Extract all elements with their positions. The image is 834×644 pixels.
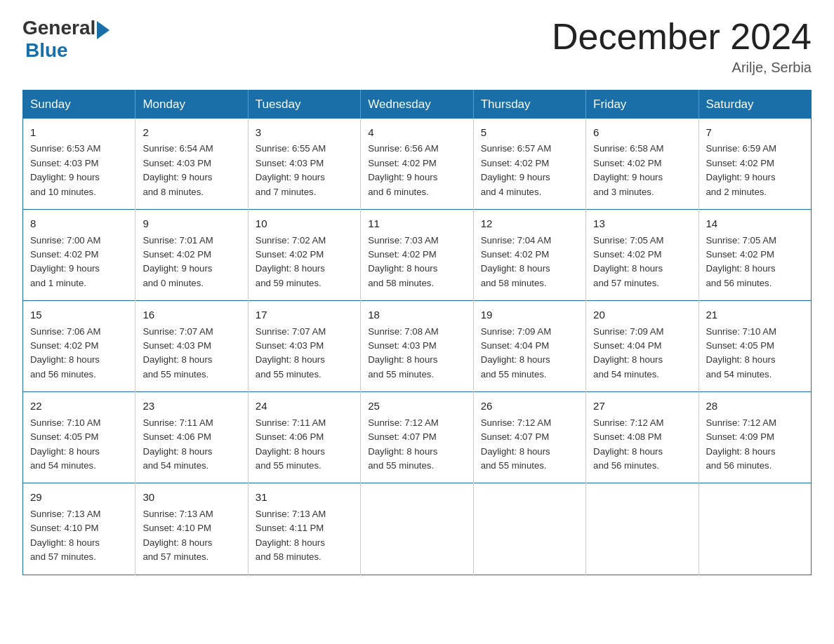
day-number: 11 [368,215,465,232]
day-number: 2 [143,124,240,140]
day-number: 4 [368,124,465,140]
day-info: Sunrise: 7:11 AM Sunset: 4:06 PM Dayligh… [256,416,353,474]
day-info: Sunrise: 7:12 AM Sunset: 4:09 PM Dayligh… [706,416,804,474]
day-info: Sunrise: 7:13 AM Sunset: 4:11 PM Dayligh… [256,507,353,565]
day-number: 20 [593,307,691,323]
day-info: Sunrise: 7:09 AM Sunset: 4:04 PM Dayligh… [593,325,691,382]
day-number: 1 [30,124,128,140]
calendar-cell: 28Sunrise: 7:12 AM Sunset: 4:09 PM Dayli… [699,392,811,483]
calendar-week-row: 15Sunrise: 7:06 AM Sunset: 4:02 PM Dayli… [23,301,812,392]
calendar-table: SundayMondayTuesdayWednesdayThursdayFrid… [22,90,812,575]
logo-triangle-icon [97,21,110,39]
day-number: 29 [30,489,128,505]
day-info: Sunrise: 7:11 AM Sunset: 4:06 PM Dayligh… [143,416,240,474]
calendar-cell: 18Sunrise: 7:08 AM Sunset: 4:03 PM Dayli… [361,301,473,392]
calendar-header: SundayMondayTuesdayWednesdayThursdayFrid… [23,90,812,119]
calendar-body: 1Sunrise: 6:53 AM Sunset: 4:03 PM Daylig… [23,119,812,575]
calendar-week-row: 1Sunrise: 6:53 AM Sunset: 4:03 PM Daylig… [23,119,812,210]
day-info: Sunrise: 7:12 AM Sunset: 4:07 PM Dayligh… [481,416,578,474]
calendar-cell: 8Sunrise: 7:00 AM Sunset: 4:02 PM Daylig… [23,210,135,301]
weekday-header-monday: Monday [135,90,248,119]
day-info: Sunrise: 7:08 AM Sunset: 4:03 PM Dayligh… [368,325,465,382]
calendar-cell: 2Sunrise: 6:54 AM Sunset: 4:03 PM Daylig… [135,119,248,210]
calendar-cell: 19Sunrise: 7:09 AM Sunset: 4:04 PM Dayli… [473,301,585,392]
weekday-header-saturday: Saturday [699,90,811,119]
day-info: Sunrise: 7:13 AM Sunset: 4:10 PM Dayligh… [143,507,240,565]
weekday-row: SundayMondayTuesdayWednesdayThursdayFrid… [23,90,812,119]
day-number: 24 [256,398,353,414]
day-number: 13 [593,215,691,232]
weekday-header-thursday: Thursday [473,90,585,119]
day-number: 31 [256,489,353,505]
weekday-header-sunday: Sunday [23,90,135,119]
day-number: 21 [706,307,804,323]
calendar-cell: 21Sunrise: 7:10 AM Sunset: 4:05 PM Dayli… [699,301,811,392]
day-info: Sunrise: 7:01 AM Sunset: 4:02 PM Dayligh… [143,234,240,291]
day-info: Sunrise: 7:05 AM Sunset: 4:02 PM Dayligh… [706,234,804,291]
day-number: 3 [256,124,353,140]
calendar-cell: 9Sunrise: 7:01 AM Sunset: 4:02 PM Daylig… [135,210,248,301]
calendar-cell: 15Sunrise: 7:06 AM Sunset: 4:02 PM Dayli… [23,301,135,392]
day-info: Sunrise: 7:02 AM Sunset: 4:02 PM Dayligh… [256,234,353,291]
day-info: Sunrise: 6:59 AM Sunset: 4:02 PM Dayligh… [706,142,804,199]
calendar-cell: 31Sunrise: 7:13 AM Sunset: 4:11 PM Dayli… [248,483,360,575]
day-number: 30 [143,489,240,505]
calendar-cell: 1Sunrise: 6:53 AM Sunset: 4:03 PM Daylig… [23,119,135,210]
logo: General Blue [22,17,110,62]
day-number: 23 [143,398,240,414]
day-info: Sunrise: 6:56 AM Sunset: 4:02 PM Dayligh… [368,142,465,199]
calendar-cell: 4Sunrise: 6:56 AM Sunset: 4:02 PM Daylig… [361,119,473,210]
calendar-cell: 12Sunrise: 7:04 AM Sunset: 4:02 PM Dayli… [473,210,585,301]
logo-general-text: General [22,17,95,39]
day-info: Sunrise: 7:07 AM Sunset: 4:03 PM Dayligh… [256,325,353,382]
day-info: Sunrise: 6:58 AM Sunset: 4:02 PM Dayligh… [593,142,691,199]
day-info: Sunrise: 7:04 AM Sunset: 4:02 PM Dayligh… [481,234,578,291]
day-number: 26 [481,398,578,414]
day-info: Sunrise: 6:57 AM Sunset: 4:02 PM Dayligh… [481,142,578,199]
day-info: Sunrise: 7:05 AM Sunset: 4:02 PM Dayligh… [593,234,691,291]
logo-blue-text: Blue [25,39,68,61]
day-info: Sunrise: 6:55 AM Sunset: 4:03 PM Dayligh… [256,142,353,199]
day-number: 19 [481,307,578,323]
day-number: 28 [706,398,804,414]
day-number: 5 [481,124,578,140]
calendar-cell: 10Sunrise: 7:02 AM Sunset: 4:02 PM Dayli… [248,210,360,301]
day-info: Sunrise: 7:10 AM Sunset: 4:05 PM Dayligh… [30,416,128,474]
calendar-week-row: 22Sunrise: 7:10 AM Sunset: 4:05 PM Dayli… [23,392,812,483]
calendar-cell: 20Sunrise: 7:09 AM Sunset: 4:04 PM Dayli… [586,301,699,392]
day-number: 25 [368,398,465,414]
calendar-cell: 7Sunrise: 6:59 AM Sunset: 4:02 PM Daylig… [699,119,811,210]
day-info: Sunrise: 7:00 AM Sunset: 4:02 PM Dayligh… [30,234,128,291]
calendar-cell: 13Sunrise: 7:05 AM Sunset: 4:02 PM Dayli… [586,210,699,301]
calendar-cell: 3Sunrise: 6:55 AM Sunset: 4:03 PM Daylig… [248,119,360,210]
calendar-cell: 22Sunrise: 7:10 AM Sunset: 4:05 PM Dayli… [23,392,135,483]
day-info: Sunrise: 7:12 AM Sunset: 4:08 PM Dayligh… [593,416,691,474]
calendar-cell: 27Sunrise: 7:12 AM Sunset: 4:08 PM Dayli… [586,392,699,483]
title-block: December 2024 Arilje, Serbia [552,17,812,76]
day-info: Sunrise: 7:09 AM Sunset: 4:04 PM Dayligh… [481,325,578,382]
day-number: 6 [593,124,691,140]
location-text: Arilje, Serbia [552,60,812,76]
day-info: Sunrise: 7:13 AM Sunset: 4:10 PM Dayligh… [30,507,128,565]
weekday-header-friday: Friday [586,90,699,119]
day-number: 22 [30,398,128,414]
calendar-cell: 26Sunrise: 7:12 AM Sunset: 4:07 PM Dayli… [473,392,585,483]
day-number: 27 [593,398,691,414]
day-info: Sunrise: 6:54 AM Sunset: 4:03 PM Dayligh… [143,142,240,199]
day-info: Sunrise: 7:10 AM Sunset: 4:05 PM Dayligh… [706,325,804,382]
page-header: General Blue December 2024 Arilje, Serbi… [22,17,812,76]
calendar-week-row: 8Sunrise: 7:00 AM Sunset: 4:02 PM Daylig… [23,210,812,301]
month-title: December 2024 [552,17,812,57]
day-number: 14 [706,215,804,232]
calendar-cell: 14Sunrise: 7:05 AM Sunset: 4:02 PM Dayli… [699,210,811,301]
day-info: Sunrise: 7:03 AM Sunset: 4:02 PM Dayligh… [368,234,465,291]
day-number: 9 [143,215,240,232]
svg-marker-0 [97,21,110,39]
day-info: Sunrise: 7:07 AM Sunset: 4:03 PM Dayligh… [143,325,240,382]
calendar-cell: 5Sunrise: 6:57 AM Sunset: 4:02 PM Daylig… [473,119,585,210]
calendar-cell [361,483,473,575]
calendar-cell: 29Sunrise: 7:13 AM Sunset: 4:10 PM Dayli… [23,483,135,575]
calendar-cell: 17Sunrise: 7:07 AM Sunset: 4:03 PM Dayli… [248,301,360,392]
day-number: 18 [368,307,465,323]
day-number: 15 [30,307,128,323]
